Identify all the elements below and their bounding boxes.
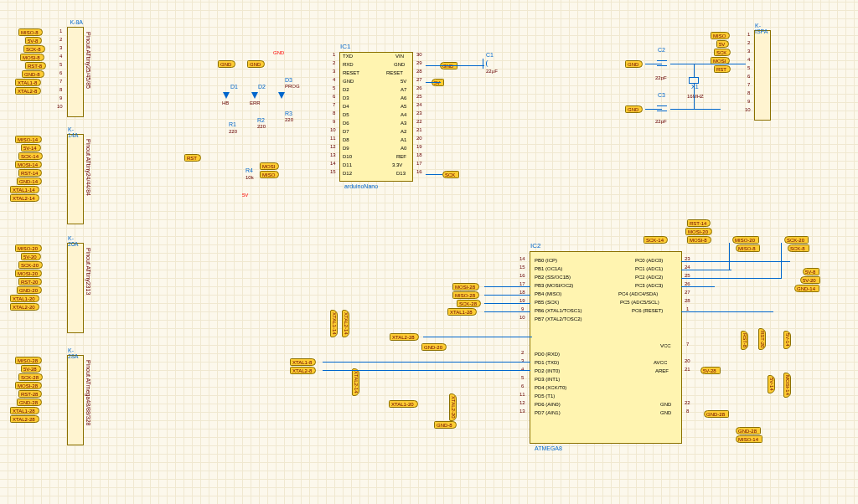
net: 5V [716,40,729,48]
net-gnd: GND [218,60,235,68]
net: MISO-28 [15,357,42,364]
led-d3 [278,92,285,99]
net: GND-28 [17,399,42,406]
net: XTAL2-14 [10,194,39,202]
conn-title: K-28A [68,347,83,359]
conn-vlabel: Pinout ATtiny24/44/84 [85,139,91,196]
net-sck: SCK [442,171,459,178]
net-gnd8: GND-8 [22,70,44,78]
conn-vlabel: Pinout ATmega48/88/328 [85,360,91,425]
conn-title: K-20A [68,235,83,247]
net: XTAL2-20 [10,303,39,311]
net-mosi8: MOSI-8 [20,54,44,61]
net: XTAL1-14 [10,186,39,193]
net: MISO [711,32,730,39]
net: RST [714,65,731,73]
conn-title: K-14A [68,126,83,138]
ic-sub: ATMEGA8 [535,445,562,451]
net-rst: RST [184,154,201,162]
net: XTAL1-28 [10,407,39,414]
net: SCK-28 [18,373,43,381]
crystal [689,77,699,84]
connector-k20a: K-20A Pinout ATtiny2313 [67,243,84,333]
net: GND-20 [17,286,42,294]
connector-k14a: K-14A Pinout ATtiny24/44/84 [67,134,84,224]
net: XTAL2-28 [10,415,39,423]
connector-kispa: K-ISPA [754,30,771,121]
led-d2 [251,92,258,99]
net: MOSI-20 [15,270,42,277]
net: RST-14 [18,169,42,177]
net-miso: MISO [260,171,279,178]
net-sck8: SCK-8 [23,45,45,53]
net: MOSI-14 [15,161,42,168]
conn-title: K-ISPA [755,23,770,34]
net-gnd: GND [625,60,643,68]
net: 5V-20 [21,253,41,260]
ic-ref: IC1 [340,43,350,50]
net: MISO-14 [15,136,42,143]
net-mosi: MOSI [260,162,279,170]
net-rst8: RST-8 [25,62,46,69]
connector-k8a: K-8A Pinout ATtiny25/45/85 [67,27,84,117]
net-gnd: GND [247,60,265,68]
net-miso8: MISO-8 [18,28,43,36]
conn-title: K-8A [70,19,83,25]
net: SCK [714,49,731,56]
net-gnd: GND [625,105,643,113]
net: 5V-28 [21,365,41,373]
led-d1 [223,92,230,99]
ic-sub: arduinoNano [344,183,378,189]
net: GND-14 [17,177,42,185]
conn-vlabel: Pinout ATtiny2313 [85,248,91,295]
net: RST-20 [18,278,42,285]
net: SCK-14 [18,152,43,160]
net: XTAL1-20 [10,295,39,302]
conn-vlabel: Pinout ATtiny25/45/85 [85,32,91,89]
net-gnd: GND [273,50,284,55]
net-xtal28: XTAL2-8 [15,87,41,95]
ic-ref: IC2 [530,242,540,249]
net: RST-28 [18,390,42,398]
net: 5V-14 [21,144,41,152]
net-5v8: 5V-8 [25,37,42,44]
net-xtal18: XTAL1-8 [15,79,41,86]
connector-k28a: K-28A Pinout ATmega48/88/328 [67,355,84,445]
net: SCK-20 [18,261,43,269]
net: MISO-20 [15,244,42,252]
net: MOSI-28 [15,382,42,389]
